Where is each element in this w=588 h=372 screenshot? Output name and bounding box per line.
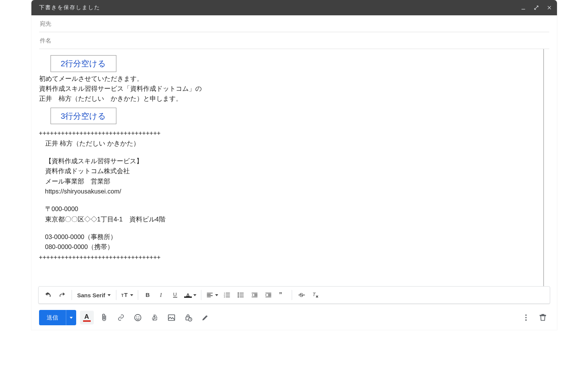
bold-button[interactable]: B [141,288,154,302]
formatting-options-button[interactable]: A [80,311,94,324]
numbered-list-button[interactable]: 123 [220,288,234,302]
popout-button[interactable] [533,5,539,11]
insert-link-button[interactable] [114,311,127,324]
link-icon [117,313,125,322]
indent-more-button[interactable] [262,288,275,302]
to-field-row [39,15,549,32]
attach-file-button[interactable] [98,311,111,324]
svg-point-18 [136,316,137,317]
remove-formatting-icon: T [312,291,319,299]
svg-point-19 [138,316,139,317]
minimize-button[interactable] [520,5,526,11]
confidential-mode-button[interactable] [182,311,195,324]
text-color-picker[interactable]: A [183,288,198,302]
lock-clock-icon [184,313,193,322]
sig-url: https://shiryousakusei.com/ [45,186,549,196]
close-button[interactable] [546,5,552,11]
insert-emoji-button[interactable] [131,311,144,324]
svg-text:T: T [124,292,127,298]
discard-draft-button[interactable] [536,311,549,324]
send-label: 送信 [47,314,58,321]
sig-postal: 〒000-0000 [45,204,549,214]
bottom-toolbar: 送信 A [31,305,557,330]
subject-input[interactable] [39,37,551,44]
redo-button[interactable] [56,288,69,302]
indent-less-button[interactable] [248,288,261,302]
svg-point-24 [525,315,527,316]
chevron-down-icon [215,294,218,296]
sig-name: 正井 柿方（ただしい かきかた） [45,138,549,148]
chevron-down-icon [130,294,133,296]
to-input[interactable] [39,20,551,27]
body-line: 正井 柿方（ただしい かきかた）と申します。 [39,93,549,103]
italic-button[interactable]: I [155,288,168,302]
window-controls [520,5,552,11]
more-options-button[interactable] [519,311,532,324]
popout-icon [534,5,539,10]
quote-button[interactable]: ” [276,288,289,302]
strikethrough-button[interactable]: S [295,288,308,302]
bold-icon: B [144,291,152,299]
trash-icon [539,313,547,322]
strikethrough-icon: S [298,291,305,299]
undo-button[interactable] [42,288,55,302]
indent-more-icon [265,291,272,299]
paperclip-icon [100,313,108,322]
signature-divider-bottom: +++++++++++++++++++++++++++++++++ [39,252,549,262]
underline-button[interactable]: U [169,288,182,302]
svg-point-17 [134,315,141,321]
text-color-swatch [184,297,192,298]
align-picker[interactable] [204,288,220,302]
svg-point-26 [525,320,527,321]
svg-text:I: I [160,292,162,298]
remove-formatting-button[interactable]: T [309,288,322,302]
insert-signature-button[interactable] [199,311,212,324]
font-size-icon: TT [121,291,129,299]
emoji-icon [134,313,142,322]
more-vert-icon [522,313,530,322]
body-line: 初めてメールさせていただきます。 [39,74,549,84]
svg-text:3: 3 [224,296,225,298]
drive-icon [150,313,159,322]
numbered-list-icon: 123 [223,291,231,299]
subject-field-row [39,32,549,49]
quote-icon: ” [278,291,286,299]
chevron-down-icon [193,294,196,296]
svg-point-25 [525,317,527,318]
image-icon [167,313,176,322]
bullet-list-button[interactable] [234,288,247,302]
svg-text:B: B [145,292,150,298]
svg-rect-6 [173,297,177,298]
undo-icon [44,291,52,299]
format-toolbar: Sans Serif TT B I U A [38,286,550,304]
svg-rect-0 [521,9,525,10]
body-line: 資料作成スキル習得サービス「資料作成ドットコム」の [39,84,549,93]
italic-icon: I [158,291,165,299]
align-left-icon [206,291,214,299]
title-bar: 下書きを保存しました [31,0,557,15]
font-family-picker[interactable]: Sans Serif [75,288,113,302]
redo-icon [58,291,66,299]
message-body[interactable]: 2行分空ける 初めてメールさせていただきます。 資料作成スキル習得サービス「資料… [39,54,549,262]
send-options-button[interactable] [66,310,76,325]
svg-text:T: T [121,293,124,298]
svg-point-10 [238,292,239,293]
svg-text:”: ” [279,291,282,298]
sig-tel-mobile: 080-0000-0000（携帯） [45,242,549,252]
annotation-box-1: 2行分空ける [51,55,117,72]
indent-less-icon [251,291,258,299]
svg-text:T: T [312,292,316,297]
sig-service: 【資料作成スキル習得サービス】 [45,156,549,166]
body-scroll[interactable]: 2行分空ける 初めてメールさせていただきます。 資料作成スキル習得サービス「資料… [31,49,557,286]
send-button-group: 送信 [39,310,76,325]
sig-address: 東京都〇〇区◇◇1丁目4-1 資料ビル4階 [45,214,549,224]
compose-window: 下書きを保存しました 2行分空ける 初めてメールさせていただきます。 資料作成 [31,0,557,330]
send-button[interactable]: 送信 [39,310,66,325]
text-format-icon: A [84,313,89,320]
sig-dept: メール事業部 営業部 [45,176,549,186]
chevron-down-icon [108,294,111,296]
font-size-picker[interactable]: TT [119,288,135,302]
insert-drive-button[interactable] [148,311,161,324]
insert-photo-button[interactable] [165,311,178,324]
body-right-border [543,49,557,286]
